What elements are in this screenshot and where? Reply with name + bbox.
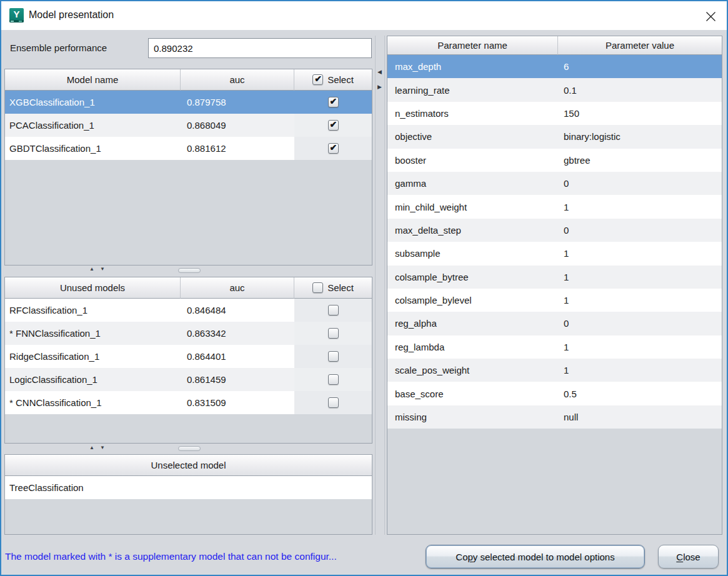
- select-cell: [294, 391, 372, 414]
- parameter-row[interactable]: colsample_bytree1: [387, 266, 722, 289]
- model-name-cell: RidgeClassification_1: [5, 345, 181, 368]
- parameter-name-cell: reg_lambda: [387, 335, 558, 359]
- row-select-checkbox[interactable]: [328, 397, 339, 408]
- column-header-model-name[interactable]: Unused models: [5, 277, 181, 299]
- row-select-checkbox[interactable]: [328, 351, 339, 362]
- selected-models-table: Model nameaucSelectXGBClassification_10.…: [4, 69, 372, 266]
- close-button[interactable]: Close: [658, 545, 719, 569]
- parameter-row[interactable]: boostergbtree: [387, 149, 722, 172]
- row-select-checkbox[interactable]: [328, 328, 339, 339]
- model-name-cell: * FNNClassification_1: [5, 322, 181, 345]
- parameter-value-cell: 6: [558, 55, 722, 78]
- parameters-header: Parameter nameParameter value: [387, 36, 722, 55]
- parameter-value-cell: 1: [558, 289, 722, 312]
- column-header-model-name[interactable]: Model name: [5, 69, 181, 91]
- ensemble-performance-input[interactable]: [148, 38, 372, 58]
- unselected-model-row[interactable]: TreeClassification: [5, 476, 372, 499]
- column-header-parameter-name[interactable]: Parameter name: [387, 36, 558, 55]
- select-cell: [294, 345, 372, 368]
- column-header-auc[interactable]: auc: [181, 69, 294, 91]
- parameter-row[interactable]: reg_alpha0: [387, 312, 722, 335]
- parameter-row[interactable]: gamma0: [387, 172, 722, 195]
- collapse-right-icon[interactable]: ▶: [377, 84, 382, 90]
- parameter-name-cell: scale_pos_weight: [387, 359, 558, 382]
- close-icon[interactable]: [703, 9, 718, 24]
- parameter-name-cell: booster: [387, 149, 558, 172]
- select-all-checkbox[interactable]: [312, 74, 323, 85]
- parameter-row[interactable]: scale_pos_weight1: [387, 359, 722, 382]
- parameter-row[interactable]: colsample_bylevel1: [387, 289, 722, 312]
- parameter-row[interactable]: missingnull: [387, 405, 722, 429]
- t-selected-header: Model nameaucSelect: [5, 69, 372, 91]
- row-select-checkbox[interactable]: [328, 97, 339, 107]
- model-name-cell: GBDTClassification_1: [5, 137, 181, 160]
- splitter2-arrows: ▲ ▼: [89, 445, 105, 451]
- model-row[interactable]: LogicClassification_10.861459: [5, 368, 372, 391]
- parameter-name-cell: colsample_bytree: [387, 266, 558, 289]
- parameter-row[interactable]: min_child_weight1: [387, 195, 722, 218]
- collapse-up-icon[interactable]: ▲: [89, 445, 94, 451]
- app-icon-letter: Y: [9, 8, 24, 20]
- parameter-value-cell: null: [558, 405, 722, 429]
- select-column-label: Select: [327, 282, 354, 293]
- column-header-select[interactable]: Select: [294, 277, 372, 299]
- unused-models-table: Unused modelsaucSelectRFClassification_1…: [4, 277, 372, 444]
- title-bar[interactable]: Y Model presentation: [1, 1, 727, 30]
- column-header-auc[interactable]: auc: [181, 277, 294, 299]
- auc-cell: 0.868049: [181, 114, 294, 137]
- model-row[interactable]: RFClassification_10.846484: [5, 299, 372, 322]
- auc-cell: 0.879758: [181, 91, 294, 114]
- vertical-splitter[interactable]: ◀ ▶: [375, 36, 385, 535]
- splitter1-grip[interactable]: [178, 268, 201, 273]
- collapse-left-icon[interactable]: ◀: [377, 69, 382, 75]
- select-cell: [294, 299, 372, 322]
- column-header-unselected-model[interactable]: Unselected model: [5, 455, 372, 476]
- parameter-name-cell: subsample: [387, 242, 558, 265]
- parameter-value-cell: 1: [558, 266, 722, 289]
- row-select-checkbox[interactable]: [328, 305, 339, 315]
- row-select-checkbox[interactable]: [328, 374, 339, 385]
- collapse-up-icon[interactable]: ▲: [89, 266, 94, 272]
- parameter-row[interactable]: reg_lambda1: [387, 335, 722, 359]
- column-header-select[interactable]: Select: [294, 69, 372, 91]
- column-header-parameter-value[interactable]: Parameter value: [558, 36, 722, 55]
- parameter-row[interactable]: n_estimators150: [387, 102, 722, 125]
- model-row[interactable]: PCAClassification_10.868049: [5, 114, 372, 137]
- model-row[interactable]: RidgeClassification_10.864401: [5, 345, 372, 368]
- parameter-name-cell: max_delta_step: [387, 219, 558, 242]
- t-unused-header: Unused modelsaucSelect: [5, 277, 372, 299]
- parameter-row[interactable]: learning_rate0.1: [387, 78, 722, 101]
- parameter-row[interactable]: max_depth6: [387, 55, 722, 78]
- model-row[interactable]: GBDTClassification_10.881612: [5, 137, 372, 160]
- parameter-name-cell: reg_alpha: [387, 312, 558, 335]
- collapse-down-icon[interactable]: ▼: [100, 445, 105, 451]
- model-presentation-dialog: Y Model presentation Ensemble performanc…: [0, 0, 728, 576]
- parameter-name-cell: base_score: [387, 382, 558, 405]
- unselected-model-header: Unselected model: [5, 455, 372, 476]
- parameter-row[interactable]: objectivebinary:logistic: [387, 125, 722, 148]
- select-cell: [294, 137, 372, 160]
- ensemble-performance-label: Ensemble performance: [10, 42, 107, 53]
- row-select-checkbox[interactable]: [328, 143, 339, 154]
- auc-cell: 0.831509: [181, 391, 294, 414]
- select-cell: [294, 114, 372, 137]
- copy-selected-model-button[interactable]: Copy selected model to model options: [426, 545, 645, 569]
- auc-cell: 0.864401: [181, 345, 294, 368]
- select-cell: [294, 368, 372, 391]
- splitter1-arrows: ▲ ▼: [89, 266, 105, 272]
- row-select-checkbox[interactable]: [328, 120, 339, 131]
- select-all-checkbox[interactable]: [312, 282, 323, 293]
- parameter-value-cell: 1: [558, 242, 722, 265]
- parameter-row[interactable]: base_score0.5: [387, 382, 722, 405]
- parameter-name-cell: gamma: [387, 172, 558, 195]
- parameter-row[interactable]: max_delta_step0: [387, 219, 722, 242]
- model-row[interactable]: XGBClassification_10.879758: [5, 91, 372, 114]
- model-row[interactable]: * FNNClassification_10.863342: [5, 322, 372, 345]
- parameter-row[interactable]: subsample1: [387, 242, 722, 265]
- parameter-value-cell: 0: [558, 312, 722, 335]
- app-icon: Y: [9, 8, 24, 22]
- parameters-table: Parameter nameParameter valuemax_depth6l…: [387, 36, 722, 535]
- collapse-down-icon[interactable]: ▼: [100, 266, 105, 272]
- splitter2-grip[interactable]: [178, 446, 201, 451]
- model-row[interactable]: * CNNClassification_10.831509: [5, 391, 372, 414]
